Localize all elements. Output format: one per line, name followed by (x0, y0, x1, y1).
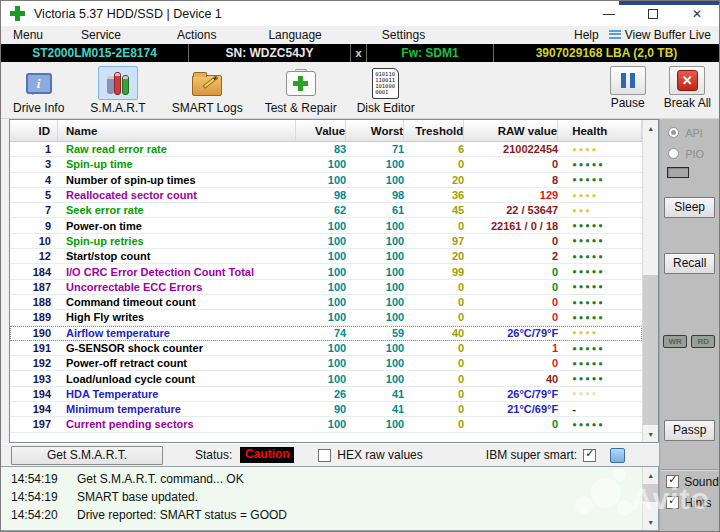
drive-info-button[interactable]: i Drive Info (13, 66, 64, 115)
log-scrollbar[interactable]: ▲ ▼ (642, 467, 658, 530)
disk-editor-button[interactable]: 0101101100111010000001 Disk Editor (357, 66, 415, 115)
menu-item-language[interactable]: Language (262, 28, 327, 42)
health-dots: ●●●●● (558, 344, 642, 353)
sleep-button[interactable]: Sleep (664, 197, 715, 218)
table-row[interactable]: 187 Uncorrectable ECC Errors 100 100 0 0… (10, 280, 642, 295)
cell-id: 1 (10, 143, 58, 155)
cell-treshold: 0 (404, 281, 464, 293)
table-row[interactable]: 197 Current pending sectors 100 100 0 0 … (10, 417, 642, 432)
scroll-up-icon[interactable]: ▲ (643, 120, 658, 136)
recall-button[interactable]: Recall (664, 253, 715, 274)
smart-button[interactable]: S.M.A.R.T (90, 66, 145, 115)
wr-indicator-button[interactable]: WR (663, 335, 687, 348)
status-badge: Caution (240, 447, 294, 463)
cell-id: 192 (10, 357, 58, 369)
scroll-down-icon[interactable]: ▼ (643, 426, 658, 442)
menu-item-menu[interactable]: Menu (7, 28, 49, 42)
cell-worst: 100 (346, 220, 404, 232)
cell-raw-value: 0 (464, 418, 558, 430)
table-row[interactable]: 9 Power-on time 100 100 0 22161 / 0 / 18… (10, 218, 642, 233)
break-all-button[interactable]: ✕ Break All (664, 66, 711, 110)
health-dots: ●●●●● (558, 359, 642, 368)
test-repair-label: Test & Repair (265, 101, 337, 115)
background-window-edge (619, 1, 719, 5)
cell-worst: 100 (346, 266, 404, 278)
menu-item-help[interactable]: Help (568, 28, 605, 42)
table-row[interactable]: 190 Airflow temperature 74 59 40 26°C/79… (10, 326, 642, 341)
table-row[interactable]: 4 Number of spin-up times 100 100 20 8 ●… (10, 173, 642, 188)
table-scrollbar[interactable]: ▲ ▼ (642, 120, 658, 442)
cell-name: Airflow temperature (58, 327, 296, 339)
check-icon: ✓ (668, 473, 677, 486)
health-dots: ●●●●● (558, 236, 642, 245)
table-row[interactable]: 5 Reallocated sector count 98 98 36 129 … (10, 188, 642, 203)
sound-label: Sound (684, 475, 719, 489)
table-row[interactable]: 192 Power-off retract count 100 100 0 0 … (10, 356, 642, 371)
header-treshold[interactable]: Treshold (404, 120, 464, 141)
log-timestamp: 14:54:19 (1, 472, 65, 486)
table-row[interactable]: 189 High Fly writes 100 100 0 0 ●●●●● (10, 310, 642, 325)
view-buffer-live-button[interactable]: View Buffer Live (605, 28, 719, 42)
header-value[interactable]: Value (296, 120, 346, 141)
smart-indicator-box[interactable] (610, 448, 625, 463)
hex-raw-values-checkbox[interactable] (318, 449, 331, 462)
table-row[interactable]: 194 Minimum temperature 90 41 0 21°C/69°… (10, 402, 642, 417)
pause-button[interactable]: Pause (610, 66, 646, 110)
health-dots: ●●●● (558, 145, 642, 154)
header-name[interactable]: Name (58, 120, 296, 141)
cell-id: 4 (10, 174, 58, 186)
drive-model: ST2000LM015-2E8174 (1, 44, 189, 62)
sound-checkbox[interactable]: ✓ (666, 475, 679, 488)
menu-item-service[interactable]: Service (75, 28, 127, 42)
cell-worst: 100 (346, 311, 404, 323)
table-row[interactable]: 188 Command timeout count 100 100 0 0 ●●… (10, 295, 642, 310)
cell-raw-value: 0 (464, 158, 558, 170)
cell-treshold: 45 (404, 204, 464, 216)
log-scroll-thumb[interactable] (643, 484, 658, 502)
table-row[interactable]: 7 Seek error rate 62 61 45 22 / 53647 ●●… (10, 203, 642, 218)
cell-treshold: 99 (404, 266, 464, 278)
menu-item-actions[interactable]: Actions (171, 28, 222, 42)
passp-button[interactable]: Passp (664, 420, 715, 441)
cell-name: HDA Temperature (58, 388, 296, 400)
ibm-super-smart-checkbox[interactable]: ✓ (583, 449, 596, 462)
hints-checkbox[interactable]: ✓ (666, 496, 679, 509)
table-row[interactable]: 184 I/O CRC Error Detection Count Total … (10, 264, 642, 279)
cell-raw-value: 210022454 (464, 143, 558, 155)
cell-raw-value: 2 (464, 250, 558, 262)
band-close-button[interactable]: x (351, 44, 367, 62)
header-worst[interactable]: Worst (346, 120, 404, 141)
smart-logs-button[interactable]: SMART Logs (172, 66, 243, 115)
cell-worst: 41 (346, 388, 404, 400)
cell-worst: 59 (346, 327, 404, 339)
cell-worst: 100 (346, 281, 404, 293)
header-id[interactable]: ID (10, 120, 58, 141)
header-health[interactable]: Health (558, 120, 642, 141)
table-row[interactable]: 193 Load/unload cycle count 100 100 0 40… (10, 371, 642, 386)
table-row[interactable]: 1 Raw read error rate 83 71 6 210022454 … (10, 142, 642, 157)
pio-radio[interactable] (668, 148, 679, 159)
header-raw-value[interactable]: RAW value (464, 120, 558, 141)
table-row[interactable]: 194 HDA Temperature 26 41 0 26°C/79°F ●●… (10, 387, 642, 402)
cell-name: Raw read error rate (58, 143, 296, 155)
menu-item-settings[interactable]: Settings (376, 28, 431, 42)
log-line: 14:54:19 Get S.M.A.R.T. command... OK (1, 470, 642, 488)
table-row[interactable]: 10 Spin-up retries 100 100 97 0 ●●●●● (10, 234, 642, 249)
table-row[interactable]: 12 Start/stop count 100 100 20 2 ●●●●● (10, 249, 642, 264)
api-radio[interactable] (668, 127, 679, 138)
health-dots: ●●●● (558, 389, 642, 398)
cell-worst: 100 (346, 250, 404, 262)
cell-value: 100 (296, 418, 346, 430)
cell-raw-value: 129 (464, 189, 558, 201)
cell-raw-value: 26°C/79°F (464, 327, 558, 339)
table-row[interactable]: 3 Spin-up time 100 100 0 0 ●●●●● (10, 157, 642, 172)
log-scroll-up-icon[interactable]: ▲ (643, 467, 658, 483)
table-row[interactable]: 191 G-SENSOR shock counter 100 100 0 1 ●… (10, 341, 642, 356)
test-repair-button[interactable]: Test & Repair (265, 66, 337, 115)
cell-id: 190 (10, 327, 58, 339)
log-scroll-down-icon[interactable]: ▼ (643, 514, 658, 530)
get-smart-button[interactable]: Get S.M.A.R.T. (11, 446, 163, 465)
table-scroll-thumb[interactable] (643, 275, 658, 425)
rd-indicator-button[interactable]: RD (691, 335, 715, 348)
cell-worst: 100 (346, 158, 404, 170)
